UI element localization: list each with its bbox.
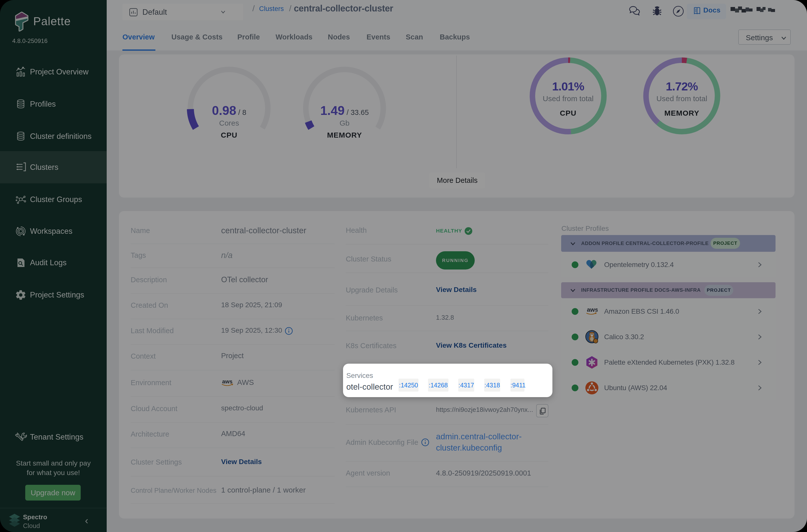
- svg-text:aws: aws: [222, 378, 232, 385]
- svg-text:aws: aws: [587, 307, 598, 313]
